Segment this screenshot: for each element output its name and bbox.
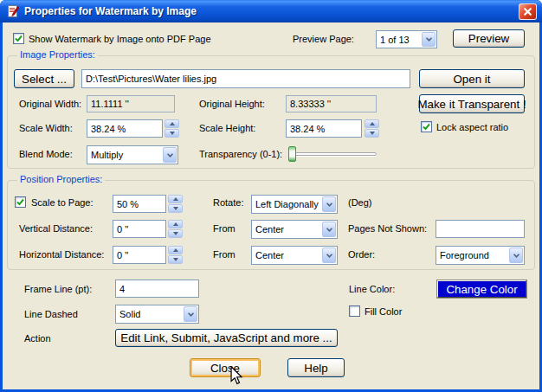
triangle-down-icon <box>173 207 178 210</box>
help-button[interactable]: Help <box>287 358 345 377</box>
preview-page-label: Preview Page: <box>293 34 354 44</box>
order-label: Order: <box>348 249 375 260</box>
app-icon <box>6 4 20 18</box>
horizontal-distance-label: Horizontal Distance: <box>19 249 104 260</box>
close-icon <box>523 7 532 16</box>
scale-height-spinner[interactable] <box>365 119 379 138</box>
chevron-down-icon[interactable] <box>509 247 523 263</box>
frame-line-input[interactable]: 4 <box>115 280 199 298</box>
triangle-up-icon <box>170 122 175 125</box>
show-watermark-label: Show Watermark by Image onto PDF Page <box>29 34 211 44</box>
pages-not-shown-input[interactable] <box>436 220 525 238</box>
triangle-down-icon <box>173 258 178 261</box>
action-label: Action <box>24 333 51 344</box>
rotate-select[interactable]: Left Diagonally <box>251 195 338 214</box>
chevron-down-icon[interactable] <box>322 196 336 212</box>
horizontal-from-select[interactable]: Center <box>251 246 338 265</box>
deg-label: (Deg) <box>348 197 372 208</box>
spin-up-button[interactable] <box>168 195 183 203</box>
chevron-down-icon[interactable] <box>422 32 436 47</box>
spin-down-button[interactable] <box>168 255 183 264</box>
open-image-button[interactable]: Open it <box>419 69 525 88</box>
scale-to-page-label: Scale to Page: <box>31 197 94 208</box>
line-dashed-value: Solid <box>119 305 140 323</box>
scale-to-page-input[interactable]: 50 % <box>113 195 166 213</box>
horizontal-from-label: From <box>213 249 236 260</box>
title-bar[interactable]: Properties for Watermark by Image <box>0 0 542 22</box>
image-path-input[interactable]: D:\Test\Pictures\Water lilies.jpg <box>81 69 410 88</box>
line-dashed-label: Line Dashed <box>24 309 78 319</box>
horizontal-distance-input[interactable]: 0 '' <box>113 246 166 264</box>
triangle-up-icon <box>173 248 178 252</box>
blend-mode-label: Blend Mode: <box>19 149 73 159</box>
select-image-button[interactable]: Select ... <box>14 69 74 88</box>
check-icon <box>16 198 24 206</box>
scale-height-label: Scale Height: <box>199 123 255 133</box>
spin-down-button[interactable] <box>365 129 379 138</box>
spin-up-button[interactable] <box>165 119 179 128</box>
lock-aspect-ratio-checkbox[interactable] <box>421 121 432 132</box>
image-properties-title: Image Properties: <box>17 49 98 60</box>
chevron-down-icon[interactable] <box>163 147 177 163</box>
close-window-button[interactable] <box>519 3 537 20</box>
make-transparent-button[interactable]: Make it Transparent ! <box>419 94 525 113</box>
fill-color-checkbox[interactable] <box>349 305 360 317</box>
vertical-distance-spinner[interactable] <box>168 220 183 238</box>
triangle-down-icon <box>173 232 178 235</box>
action-button[interactable]: Edit Link, Submit, JavaScript and more .… <box>115 329 338 347</box>
spin-up-button[interactable] <box>168 220 183 228</box>
transparency-label: Transparency (0-1): <box>199 149 282 159</box>
scale-height-input[interactable]: 38.24 % <box>286 119 362 138</box>
blend-mode-select[interactable]: Multiply <box>87 145 178 164</box>
original-width-value: 11.1111 '' <box>87 95 175 112</box>
triangle-down-icon <box>370 132 375 135</box>
blend-mode-value: Multiply <box>91 146 123 164</box>
scale-width-spinner[interactable] <box>165 119 179 138</box>
vertical-from-select[interactable]: Center <box>251 220 338 239</box>
transparency-slider[interactable] <box>288 152 377 156</box>
fill-color-label: Fill Color <box>365 306 402 317</box>
spin-up-button[interactable] <box>365 119 379 128</box>
dialog-window: Properties for Watermark by Image Show W… <box>0 0 542 392</box>
chevron-down-icon[interactable] <box>184 306 197 322</box>
chevron-down-icon[interactable] <box>322 247 336 263</box>
frame-line-label: Frame Line (pt): <box>24 284 92 294</box>
rotate-value: Left Diagonally <box>255 196 319 213</box>
check-icon <box>15 35 23 42</box>
spin-down-button[interactable] <box>168 229 183 238</box>
preview-page-select[interactable]: 1 of 13 <box>376 30 437 48</box>
line-dashed-select[interactable]: Solid <box>115 305 199 324</box>
scale-width-input[interactable]: 38.24 % <box>87 119 163 138</box>
scale-to-page-checkbox[interactable] <box>15 196 26 208</box>
lock-aspect-ratio-label: Lock aspect ratio <box>436 122 508 132</box>
show-watermark-checkbox[interactable] <box>13 33 24 44</box>
horizontal-from-value: Center <box>255 247 284 264</box>
triangle-up-icon <box>173 197 178 201</box>
vertical-from-value: Center <box>255 221 284 238</box>
spin-down-button[interactable] <box>165 129 179 138</box>
close-button[interactable]: Close <box>190 358 261 377</box>
change-color-button[interactable]: Change Color <box>437 280 526 298</box>
vertical-distance-label: Vertical Distance: <box>19 223 93 234</box>
order-select[interactable]: Foreground <box>436 246 525 265</box>
horizontal-distance-spinner[interactable] <box>168 246 183 264</box>
preview-page-value: 1 of 13 <box>380 31 410 48</box>
vertical-from-label: From <box>213 223 236 234</box>
line-color-label: Line Color: <box>349 284 395 294</box>
preview-button[interactable]: Preview <box>453 29 525 48</box>
spin-down-button[interactable] <box>168 204 183 213</box>
triangle-up-icon <box>370 122 375 125</box>
scale-to-page-spinner[interactable] <box>168 195 183 213</box>
original-height-value: 8.33333 '' <box>286 95 377 112</box>
scale-width-label: Scale Width: <box>19 123 73 133</box>
chevron-down-icon[interactable] <box>322 222 336 237</box>
slider-thumb[interactable] <box>288 146 296 162</box>
spin-up-button[interactable] <box>168 246 183 254</box>
vertical-distance-input[interactable]: 0 '' <box>113 220 166 238</box>
window-title: Properties for Watermark by Image <box>24 0 197 22</box>
original-width-label: Original Width: <box>19 99 81 109</box>
check-icon <box>423 123 430 131</box>
pages-not-shown-label: Pages Not Shown: <box>348 223 427 234</box>
original-height-label: Original Height: <box>199 99 265 109</box>
triangle-down-icon <box>170 132 175 135</box>
